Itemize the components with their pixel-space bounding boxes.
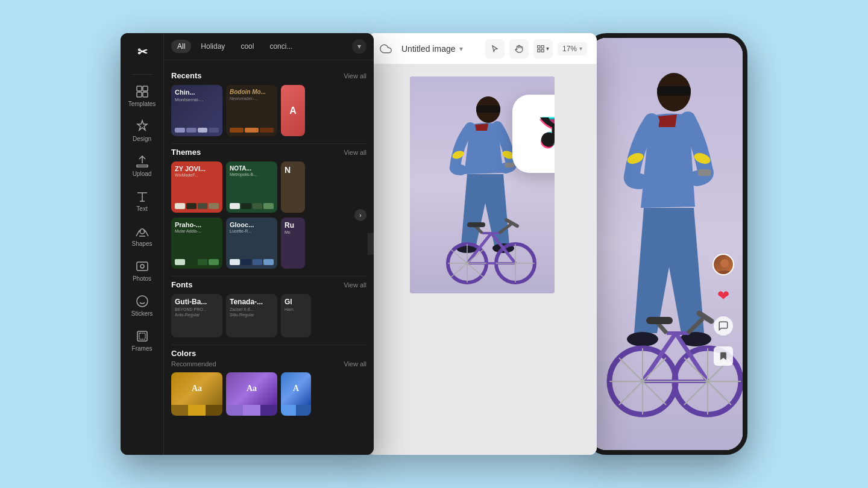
phone-comment-icon (714, 316, 733, 336)
font-card-0[interactable]: Guti-Ba... BEYOND PRO... Anto-Regular (171, 294, 222, 337)
font-card-0-sub2: Anto-Regular (175, 313, 219, 317)
font-card-1-name: Tenada-... (230, 298, 274, 306)
filter-tab-conci[interactable]: conci... (263, 40, 298, 53)
font-card-1[interactable]: Tenada-... Zacbel X-E... Stilu-Regular (226, 294, 277, 337)
sidebar-item-shapes[interactable]: Shapes (123, 219, 162, 252)
theme-card-nota[interactable]: NOTA... Metropolis-B... (226, 161, 277, 213)
canvas-image (410, 77, 555, 293)
colors-grid: Aa Aa (171, 372, 366, 416)
nav-separator (133, 74, 152, 75)
sidebar-item-stickers[interactable]: Stickers (123, 289, 162, 322)
sidebar-collapse-arrow[interactable]: ‹ (368, 233, 374, 255)
sidebar-item-design-label: Design (133, 136, 151, 142)
color-card-0[interactable]: Aa (171, 372, 222, 416)
colors-title: Colors (171, 349, 196, 358)
svg-rect-3 (143, 86, 148, 91)
main-wrapper: ✂ Templates Design (0, 0, 868, 488)
recent-card-0[interactable]: Chin... Montserrat-... (171, 85, 222, 136)
themes-title: Themes (171, 148, 201, 157)
canva-logo: ✂ (133, 43, 152, 62)
svg-point-68 (720, 259, 729, 267)
sidebar-item-photos[interactable]: Photos (123, 254, 162, 287)
colors-view-all[interactable]: View all (344, 360, 366, 368)
select-tool-button[interactable] (485, 39, 505, 58)
color-card-1[interactable]: Aa (226, 372, 277, 416)
filter-tab-all[interactable]: All (171, 40, 191, 53)
svg-rect-7 (137, 262, 148, 271)
theme-card-praho[interactable]: Praho-... Mular Addis-... (171, 217, 222, 269)
zoom-chevron-icon: ▾ (579, 45, 582, 52)
recents-title: Recents (171, 71, 202, 80)
phone-screen: ❤ (590, 38, 743, 450)
filter-tab-holiday[interactable]: Holiday (195, 40, 231, 53)
font-card-1-sub2: Stilu-Regular (230, 313, 274, 317)
svg-point-47 (627, 332, 658, 346)
svg-rect-58 (646, 317, 673, 324)
content-panel: All Holiday cool conci... ▾ Recents View… (164, 33, 374, 455)
sidebar-item-text[interactable]: Text (123, 184, 162, 217)
phone-bookmark-icon (714, 346, 733, 366)
theme-card-zy[interactable]: ZY JOVI... WixMadeF... (171, 161, 222, 213)
hand-tool-button[interactable] (509, 39, 529, 58)
recents-view-all[interactable]: View all (344, 72, 366, 80)
color-card-2[interactable]: A (281, 372, 311, 416)
colors-recommended-label: Recommended (171, 360, 216, 368)
canvas-title-group[interactable]: Untitled image ▾ (401, 44, 478, 54)
section-divider-1 (171, 143, 366, 144)
zoom-control[interactable]: 17% ▾ (558, 42, 587, 55)
font-card-0-name: Guti-Ba... (175, 298, 219, 306)
toolbar-right-group: ▾ 17% ▾ (485, 39, 587, 58)
themes-view-all[interactable]: View all (344, 149, 366, 156)
svg-rect-2 (137, 86, 142, 91)
themes-next-arrow[interactable]: › (354, 209, 366, 221)
svg-rect-14 (538, 45, 540, 48)
svg-rect-16 (538, 49, 540, 52)
recent-card-1[interactable]: Bodoin Mo... Newsreader-... (226, 85, 277, 136)
theme-card-glooc[interactable]: Glooc... Lucette-R... (226, 217, 277, 269)
view-layout-button[interactable]: ▾ (533, 39, 553, 58)
filter-tab-cool[interactable]: cool (234, 40, 260, 53)
theme-card-n[interactable]: N (281, 161, 305, 213)
recent-card-0-subtitle: Montserrat-... (175, 97, 219, 102)
recent-card-1-title: Bodoin Mo... (230, 89, 274, 95)
recents-cards-grid: Chin... Montserrat-... Bodoin Mo... News… (171, 85, 366, 136)
editor-panel: ✂ Templates Design (121, 33, 374, 455)
canvas-toolbar: Untitled image ▾ (368, 33, 597, 64)
theme-zy-title: ZY JOVI... (175, 165, 219, 172)
recent-card-1-swatches (230, 128, 274, 133)
fonts-title: Fonts (171, 280, 192, 289)
sidebar-item-shapes-label: Shapes (132, 240, 153, 247)
sidebar-item-templates[interactable]: Templates (123, 80, 162, 112)
svg-rect-13 (139, 333, 145, 339)
sidebar-item-frames-label: Frames (132, 345, 153, 352)
recent-card-0-colors (175, 128, 219, 133)
section-divider-2 (171, 276, 366, 277)
fonts-view-all[interactable]: View all (344, 281, 366, 289)
font-card-1-sub1: Zacbel X-E... (230, 307, 274, 311)
cloud-upload-icon (377, 40, 394, 57)
sidebar-item-frames[interactable]: Frames (123, 324, 162, 357)
fonts-grid: Guti-Ba... BEYOND PRO... Anto-Regular Te… (171, 294, 366, 337)
theme-card-ru[interactable]: Ru Mo (281, 217, 305, 269)
canvas-title-chevron-icon: ▾ (459, 45, 463, 53)
theme-praho-swatches (175, 259, 219, 265)
themes-grid: ZY JOVI... WixMadeF... NOTA... Me (171, 161, 366, 213)
svg-rect-15 (542, 45, 544, 48)
fonts-section-header: Fonts View all (171, 280, 366, 289)
font-card-0-sub1: BEYOND PRO... (175, 307, 219, 311)
colors-section-header: Colors (171, 349, 366, 358)
svg-rect-5 (143, 92, 148, 97)
filter-tabs-more[interactable]: ▾ (352, 39, 366, 54)
svg-rect-41 (505, 163, 514, 167)
phone-mockup: ❤ (585, 33, 747, 455)
theme-glooc-swatches (230, 259, 274, 265)
recent-card-2[interactable]: A (281, 85, 305, 136)
sidebar-item-design[interactable]: Design (123, 114, 162, 147)
content-scroll[interactable]: Recents View all Chin... Montserrat-... (164, 60, 374, 455)
recents-section-header: Recents View all (171, 71, 366, 80)
font-card-2[interactable]: Gl Ham (281, 294, 311, 337)
sidebar-item-stickers-label: Stickers (131, 310, 153, 317)
logo-area: ✂ (130, 40, 154, 64)
theme-glooc-title: Glooc... (230, 221, 274, 228)
sidebar-item-upload[interactable]: Upload (123, 149, 162, 182)
